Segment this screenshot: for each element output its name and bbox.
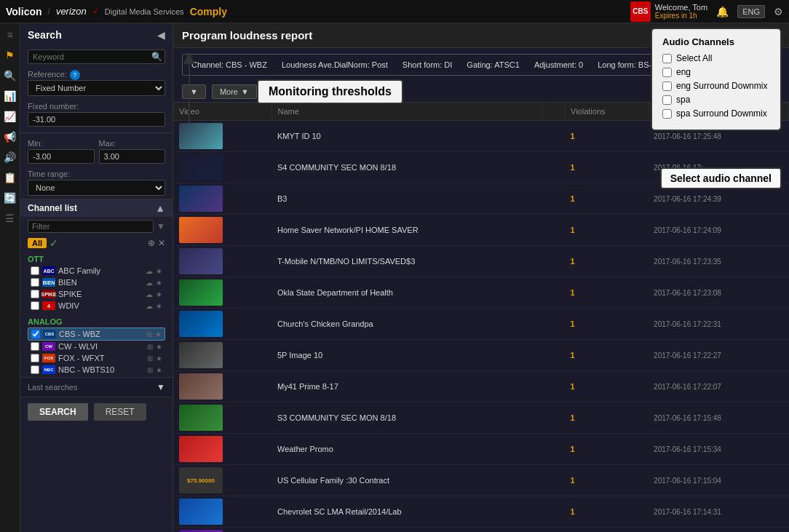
help-badge[interactable]: ?	[70, 70, 80, 80]
channel-item-wdiv[interactable]: 4 WDIV ☁ ★	[28, 300, 165, 311]
channel-item-nbc[interactable]: NBC NBC - WBTS10 ⊞ ★	[28, 364, 165, 376]
thumbnail	[179, 436, 223, 462]
cell-spacer	[542, 183, 564, 215]
table-row[interactable]: My41 Prime 8-17 1 2017-06-16 17:22:07	[173, 371, 789, 402]
channel-item-cw[interactable]: CW CW - WLVI ⊞ ★	[28, 341, 165, 352]
filter-row: ▼	[20, 217, 173, 236]
rail-icon-lines[interactable]: ☰	[5, 213, 15, 224]
table-row[interactable]: $75.90000 US Cellular Family :30 Contrac…	[173, 465, 789, 496]
channel-star-icon-wdiv[interactable]: ★	[156, 302, 162, 310]
channel-checkbox-fox[interactable]	[31, 354, 39, 362]
audio-checkbox-spa-surround[interactable]	[662, 109, 672, 119]
gear-icon[interactable]: ⚙	[774, 6, 783, 17]
channel-item-spike[interactable]: SPIKE SPIKE ☁ ★	[28, 288, 165, 300]
more-button[interactable]: More ▼	[212, 84, 257, 99]
table-row[interactable]: T-Mobile N/TMB/NO LIMITS/SAVED$3 1 2017-…	[173, 246, 789, 277]
cell-name: B3	[271, 183, 542, 215]
keyword-input[interactable]	[28, 49, 165, 64]
channel-star-icon-abc[interactable]: ★	[156, 267, 162, 275]
audio-checkbox-eng-surround[interactable]	[662, 82, 672, 91]
keyword-search-icon[interactable]: 🔍	[151, 52, 162, 62]
channel-grid-icon-nbc[interactable]: ⊞	[147, 366, 153, 374]
channel-item-bien[interactable]: BIEN BIEN ☁ ★	[28, 277, 165, 288]
action-icon-1[interactable]: ⊕	[148, 238, 155, 248]
time-range-label: Time range:	[28, 170, 165, 178]
channel-grid-icon-cbs[interactable]: ⊞	[146, 330, 152, 338]
info-adjustment: Adjustment: 0	[534, 60, 583, 69]
channel-star-icon-cw[interactable]: ★	[156, 343, 162, 351]
action-icon-2[interactable]: ✕	[158, 238, 165, 248]
audio-checkbox-spa[interactable]	[662, 95, 672, 105]
rail-icon-graph[interactable]: 📈	[4, 111, 16, 122]
content-table: Video Name Violations Started KMYT ID 10…	[173, 103, 789, 532]
max-input[interactable]	[99, 149, 166, 164]
filter-input[interactable]	[28, 220, 154, 233]
table-row[interactable]: S3 COMMUNITY SEC MON 8/18 1 2017-06-16 1…	[173, 402, 789, 434]
search-header: Search ◀	[20, 23, 173, 47]
check-all-icon[interactable]: ✓	[49, 237, 58, 249]
channel-item-fox[interactable]: FOX FOX - WFXT ⊞ ★	[28, 352, 165, 364]
rail-icon-flag[interactable]: ⚑	[5, 49, 15, 61]
channel-cloud-icon-abc[interactable]: ☁	[146, 267, 153, 275]
filter-funnel-icon[interactable]: ▼	[156, 221, 165, 231]
channel-star-icon-bien[interactable]: ★	[156, 279, 162, 287]
table-row[interactable]: Weather Promo 1 2017-06-16 17:15:34	[173, 434, 789, 465]
min-input[interactable]	[28, 149, 95, 164]
channel-checkbox-spike[interactable]	[31, 290, 39, 298]
download-icon-btn[interactable]: ▼	[182, 84, 206, 99]
channel-item-cbs[interactable]: CBS CBS - WBZ ⊞ ★	[28, 327, 165, 341]
table-row[interactable]: Church's Chicken Grandpa 1 2017-06-16 17…	[173, 309, 789, 340]
channel-list-collapse-button[interactable]: ▲	[155, 202, 165, 214]
channel-checkbox-bien[interactable]	[31, 278, 39, 287]
rail-icon-menu[interactable]: ≡	[7, 29, 12, 41]
channel-grid-icon-cw[interactable]: ⊞	[147, 343, 153, 351]
info-loudness: Loudness Ave.DialNorm: Post	[282, 60, 388, 69]
cell-name: My41 Prime 8-17	[271, 371, 542, 402]
channel-star-icon-spike[interactable]: ★	[156, 290, 162, 298]
table-row[interactable]: Michael Green 1 2017-06-16 17:14:11	[173, 528, 789, 533]
collapse-search-button[interactable]: ◀	[157, 29, 165, 41]
all-button[interactable]: All	[28, 238, 47, 248]
cell-violations: 1	[565, 434, 649, 465]
channel-checkbox-cw[interactable]	[31, 342, 39, 351]
keyword-input-wrap: 🔍	[28, 49, 165, 64]
channel-item-abc[interactable]: ABC ABC Family ☁ ★	[28, 265, 165, 277]
col-name: Name	[271, 103, 542, 121]
rail-icon-chart[interactable]: 📊	[4, 90, 16, 102]
table-row[interactable]: 5P Image 10 1 2017-06-16 17:22:27	[173, 340, 789, 371]
last-searches[interactable]: Last searches ▼	[20, 377, 173, 397]
rail-icon-refresh[interactable]: 🔄	[4, 192, 16, 204]
channel-star-icon-fox[interactable]: ★	[156, 354, 162, 362]
reference-select[interactable]: Fixed Number	[28, 80, 165, 96]
channel-star-icon-nbc[interactable]: ★	[156, 366, 162, 374]
channel-checkbox-wdiv[interactable]	[31, 301, 39, 310]
channel-grid-icon-fox[interactable]: ⊞	[147, 354, 153, 362]
channel-logo-wdiv: 4	[42, 301, 55, 310]
channel-checkbox-cbs[interactable]	[31, 330, 40, 338]
audio-checkbox-select-all[interactable]	[662, 54, 672, 63]
table-row[interactable]: Okla State Department of Health 1 2017-0…	[173, 277, 789, 309]
audio-checkbox-eng[interactable]	[662, 68, 672, 77]
channel-checkbox-nbc[interactable]	[31, 365, 39, 374]
fixed-number-input[interactable]	[28, 112, 165, 127]
table-row[interactable]: Home Saver Network/PI HOME SAVER 1 2017-…	[173, 215, 789, 246]
channel-cloud-icon-bien[interactable]: ☁	[146, 279, 153, 287]
time-range-select[interactable]: None	[28, 180, 165, 196]
bell-icon[interactable]: 🔔	[716, 6, 729, 17]
channel-cloud-icon-wdiv[interactable]: ☁	[146, 302, 153, 310]
search-button[interactable]: SEARCH	[28, 403, 88, 421]
channel-checkbox-abc[interactable]	[31, 266, 39, 275]
channel-cloud-icon-spike[interactable]: ☁	[146, 290, 153, 298]
lang-button[interactable]: ENG	[737, 5, 765, 18]
rail-icon-list[interactable]: 📋	[4, 172, 16, 183]
table-row[interactable]: S4 COMMUNITY SEC MON 8/18 1 2017-06-16 1…	[173, 152, 789, 183]
reset-button[interactable]: RESET	[94, 403, 146, 421]
table-row[interactable]: B3 1 2017-06-16 17:24:39	[173, 183, 789, 215]
table-row[interactable]: Chevrolet SC LMA Retail/2014/Lab 1 2017-…	[173, 496, 789, 528]
cell-spacer	[542, 277, 564, 309]
channel-name-cw: CW - WLVI	[58, 342, 144, 351]
rail-icon-loud[interactable]: 📢	[4, 131, 16, 143]
channel-star-icon-cbs[interactable]: ★	[155, 330, 162, 338]
rail-icon-search[interactable]: 🔍	[4, 70, 16, 82]
rail-icon-sound[interactable]: 🔊	[4, 151, 16, 163]
